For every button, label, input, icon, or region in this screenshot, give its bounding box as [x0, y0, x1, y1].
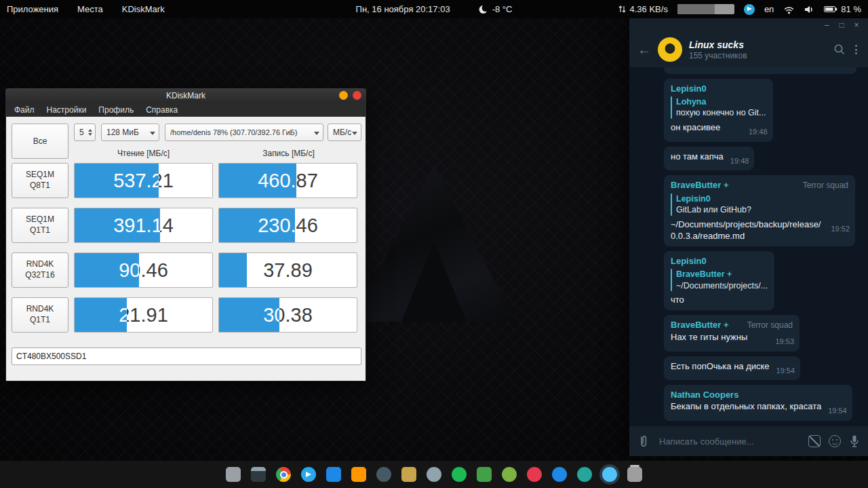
wifi-icon[interactable] [783, 5, 795, 14]
chat-message[interactable]: Lepisin0 Lohyna похую конечно но Git... … [636, 79, 861, 142]
chat-message[interactable]: 19:48 но там капча [636, 147, 861, 171]
taskbar-icon-teal-app[interactable] [577, 467, 592, 482]
group-avatar[interactable] [658, 37, 682, 62]
message-time: 19:54 [776, 366, 795, 376]
taskbar-icon-snowflake-app[interactable] [502, 467, 517, 482]
weather-widget[interactable]: -8 °C [479, 4, 513, 14]
test-button-rnd4k-q1t1[interactable]: RND4KQ1T1 [12, 297, 68, 333]
message-input[interactable] [658, 436, 800, 447]
loop-count-spinner[interactable]: 5 [74, 124, 96, 141]
test-button-seq1m-q1t1[interactable]: SEQ1MQ1T1 [12, 208, 68, 243]
chat-messages: 19:45 Lohyna 19:47 ↩ 1 похую конечно но … [629, 67, 868, 426]
taskbar-icon-sublime-text[interactable] [351, 467, 366, 482]
test-button-rnd4k-q32t16[interactable]: RND4KQ32T16 [12, 252, 68, 288]
minimize-button[interactable] [339, 91, 348, 100]
sender-name[interactable]: BraveButter + [671, 319, 729, 331]
read-bar-fill: 21.91 [75, 298, 127, 332]
message-time: 19:52 [831, 224, 850, 234]
taskbar-icon-chrome[interactable] [276, 467, 291, 482]
minimize-button[interactable]: – [819, 18, 834, 32]
write-result-bar: 37.89 37.89 [218, 252, 357, 288]
maximize-button[interactable]: □ [834, 18, 849, 32]
emoji-picker-icon[interactable] [829, 435, 841, 447]
chat-message[interactable]: BraveButter + Terror squad 19:53 Нах те … [636, 315, 861, 351]
chat-message[interactable]: Lepisin0 BraveButter + ~/Documents/proje… [636, 251, 861, 310]
sender-name[interactable]: Lepisin0 [671, 83, 707, 94]
taskbar-icon-camera-app[interactable] [427, 467, 441, 482]
unit-combo[interactable]: МБ/с [328, 124, 361, 141]
taskbar-icon-blue-app[interactable] [552, 467, 567, 482]
panel-tray: 4.36 KB/s en 81 % [618, 4, 861, 15]
quoted-reply[interactable]: Lohyna похую конечно но Git... [671, 96, 766, 119]
tray-slider-widget[interactable] [677, 4, 734, 14]
taskbar-icon-palette-app[interactable] [401, 467, 416, 482]
read-result-bar: 391.14 391.14 [74, 208, 213, 243]
back-arrow-icon[interactable]: ← [637, 43, 651, 56]
taskbar-icon-spotify[interactable] [452, 467, 467, 482]
message-text: Нах те гиты нужны [671, 332, 747, 342]
drive-combo[interactable]: /home/denis 78% (307.70/392.76 ГиБ) [165, 124, 323, 141]
menu-places[interactable]: Места [77, 4, 103, 14]
microphone-icon[interactable] [849, 434, 860, 448]
chat-header: ← Linux sucks 155 участников [629, 32, 868, 67]
chat-message[interactable]: Lohyna 19:47 ↩ 1 похую конечно но GitLab [636, 67, 861, 74]
desktop: Приложения Места KDiskMark Пн, 16 ноября… [0, 0, 868, 488]
quoted-reply[interactable]: BraveButter + ~/Documents/projects/... [671, 269, 768, 291]
sender-name[interactable]: Lepisin0 [671, 255, 707, 267]
taskbar-icon-files[interactable] [226, 467, 241, 482]
close-button[interactable]: × [849, 18, 864, 32]
taskbar-icon-green-app[interactable] [477, 467, 492, 482]
reply-arrow-icon: ↩ [813, 67, 819, 68]
test-button-seq1m-q8t1[interactable]: SEQ1MQ8T1 [12, 163, 68, 198]
taskbar-icon-trash[interactable] [627, 467, 642, 482]
menu-profile[interactable]: Профиль [98, 105, 134, 115]
chat-message[interactable]: Nathan Coopers 19:54 Бекапы в отдельных … [636, 385, 861, 421]
tray-slider-fill [677, 4, 715, 14]
read-result-bar: 537.21 537.21 [74, 163, 213, 198]
kdiskmark-titlebar[interactable]: KDiskMark [5, 88, 366, 103]
menu-help[interactable]: Справка [146, 105, 178, 115]
close-button[interactable] [353, 91, 361, 100]
taskbar-icon-obs[interactable] [376, 467, 391, 482]
menu-kebab-icon[interactable] [852, 45, 860, 54]
battery-indicator[interactable]: 81 % [824, 4, 861, 14]
volume-icon[interactable] [804, 5, 814, 14]
device-name-field[interactable] [12, 348, 361, 365]
benchmark-row: RND4KQ32T16 90.46 90.46 37.89 37.89 [6, 252, 366, 288]
taskbar-icon-vscode[interactable] [326, 467, 341, 482]
test-size-combo[interactable]: 128 МиБ [101, 124, 159, 141]
message-time: 19:47 [832, 67, 851, 69]
search-icon[interactable] [833, 43, 846, 56]
menu-applications[interactable]: Приложения [7, 4, 58, 14]
menu-file[interactable]: Файл [14, 105, 35, 115]
all-tests-button[interactable]: Все [12, 124, 68, 159]
network-speed-indicator[interactable]: 4.36 KB/s [618, 4, 668, 14]
group-title-block[interactable]: Linux sucks 155 участников [689, 39, 747, 60]
chat-message[interactable]: BraveButter + Terror squad Lepisin0 GitL… [636, 175, 861, 246]
write-result-bar: 30.38 30.38 [218, 297, 357, 333]
clock[interactable]: Пн, 16 ноября 20:17:03 [356, 4, 450, 14]
menu-settings[interactable]: Настройки [47, 105, 87, 115]
taskbar-icon-telegram[interactable] [301, 467, 316, 482]
attachment-icon[interactable] [637, 434, 650, 448]
telegram-window: – □ × ← Linux sucks 155 участников 1 [629, 18, 868, 456]
quoted-text: ~/Documents/projects/... [676, 280, 768, 292]
sender-name[interactable]: BraveButter + [671, 179, 729, 191]
message-time: 19:53 [775, 337, 794, 347]
panel-center: Пн, 16 ноября 20:17:03 -8 °C [356, 4, 513, 14]
write-result-bar: 460.87 460.87 [218, 163, 357, 198]
taskbar-icon-screenshot-active[interactable] [602, 467, 617, 482]
replies-count[interactable]: ↩ 1 [813, 67, 825, 69]
sender-name[interactable]: Nathan Coopers [671, 389, 738, 400]
read-bar-fill: 90.46 [75, 253, 139, 287]
telegram-tray-icon[interactable] [744, 4, 755, 15]
taskbar-icon-red-app[interactable] [527, 467, 542, 482]
chat-message[interactable]: 19:54 Есть попОчька на диске [636, 356, 861, 381]
keyboard-layout-indicator[interactable]: en [764, 4, 774, 14]
menu-active-app[interactable]: KDiskMark [122, 4, 165, 14]
bot-commands-icon[interactable] [808, 435, 821, 447]
message-time: 19:48 [730, 156, 749, 166]
taskbar-icon-terminal[interactable] [251, 467, 266, 482]
quoted-reply[interactable]: Lepisin0 GitLab или GitHub? [671, 193, 848, 216]
message-time: 19:54 [828, 406, 847, 416]
